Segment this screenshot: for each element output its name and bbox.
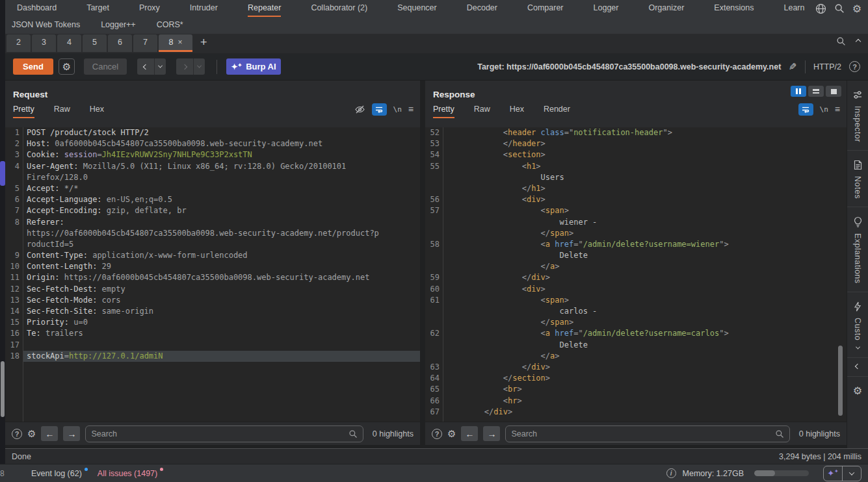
word-wrap-toggle-icon[interactable] [798,103,813,116]
ai-sparkles-button[interactable]: ✦✦ [824,466,842,481]
view-tab-pretty[interactable]: Pretty [433,101,454,118]
code-line[interactable]: 7Accept-Encoding: gzip, deflate, br [5,205,420,216]
code-line[interactable]: </a> [425,351,847,362]
layout-columns-button[interactable] [791,86,806,97]
prev-match-button[interactable]: ← [41,426,58,441]
code-line[interactable]: 2Host: 0af6000b045cb454807ca35500ba0098.… [5,138,420,149]
response-search-input[interactable] [511,429,774,438]
code-line[interactable]: Users [425,172,847,183]
code-line[interactable]: 54<section> [425,149,847,160]
collapse-sidebar-icon[interactable] [855,364,860,369]
menu-item-cors[interactable]: CORS* [157,17,183,34]
settings-gear-icon[interactable]: ⚙ [852,3,861,15]
request-search-input[interactable] [91,429,348,438]
view-tab-raw[interactable]: Raw [54,101,70,118]
collapse-tabs-icon[interactable] [856,38,861,44]
code-line[interactable]: 6Accept-Language: en-US,en;q=0.5 [5,194,420,205]
history-forward-dropdown[interactable] [193,58,205,75]
code-line[interactable]: Firefox/128.0 [5,172,420,183]
code-line[interactable]: 1POST /product/stock HTTP/2 [5,127,420,138]
code-line[interactable]: 4User-Agent: Mozilla/5.0 (X11; Linux x86… [5,161,420,172]
sidebar-panel-custo[interactable]: Custo [847,292,868,358]
code-line[interactable]: 58<a href="/admin/delete?username=wiener… [425,239,847,250]
menu-item-extensions[interactable]: Extensions [714,0,754,17]
next-match-button[interactable]: → [63,426,80,441]
menu-item-logger[interactable]: Logger [594,0,619,17]
send-button[interactable]: Send [13,58,53,75]
code-line[interactable]: 13Sec-Fetch-Mode: cors [5,295,420,306]
response-scrollbar[interactable] [838,346,843,416]
code-line[interactable]: 11Origin: https://0af6000b045cb454807ca3… [5,272,420,283]
repeater-tab-8[interactable]: 8× [159,34,192,52]
code-line[interactable]: Delete [425,250,847,261]
code-line[interactable]: 16Te: trailers [5,328,420,339]
repeater-tab-3[interactable]: 3 [32,34,56,52]
send-settings-gear-icon[interactable]: ⚙ [59,58,75,75]
view-tab-raw[interactable]: Raw [474,101,490,118]
sidebar-panel-explanations[interactable]: Explanations [847,207,868,292]
code-line[interactable]: 8Referer: [5,217,420,228]
code-line[interactable]: 64</section> [425,373,847,384]
view-tab-hex[interactable]: Hex [510,101,524,118]
menu-item-intruder[interactable]: Intruder [190,0,218,17]
hide-nonprintable-eye-off-icon[interactable] [354,105,365,114]
add-tab-button[interactable]: + [200,36,207,49]
code-line[interactable]: 53</header> [425,138,847,149]
tab-search-icon[interactable] [836,36,846,46]
search-magnifier-icon[interactable] [349,429,358,438]
repeater-tab-2[interactable]: 2 [7,34,31,52]
burp-ai-button[interactable]: ✦✦ Burp AI [226,58,281,75]
code-line[interactable]: 57<span> [425,205,847,216]
menu-item-collaborator-2[interactable]: Collaborator (2) [311,0,367,17]
next-match-button[interactable]: → [483,426,500,441]
layout-single-button[interactable] [826,86,841,97]
search-help-icon[interactable]: ? [12,429,22,439]
info-icon[interactable]: i [666,468,676,478]
sidebar-settings-gear-icon[interactable]: ⚙ [853,385,862,397]
menu-item-target[interactable]: Target [86,0,109,17]
code-line[interactable]: wiener - [425,217,847,228]
menu-item-learn[interactable]: Learn [784,0,805,17]
view-tab-hex[interactable]: Hex [90,101,104,118]
menu-item-repeater[interactable]: Repeater [248,0,281,17]
edit-target-pencil-icon[interactable]: ✎ [789,61,797,73]
response-editor[interactable]: 52<header class="notification-header">53… [425,127,847,422]
menu-item-dashboard[interactable]: Dashboard [17,0,57,17]
menu-item-sequencer[interactable]: Sequencer [397,0,436,17]
code-line[interactable]: https://0af6000b045cb454807ca35500ba0098… [5,228,420,239]
code-line[interactable]: 67</div> [425,407,847,418]
sidebar-panel-inspector[interactable]: Inspector [847,81,868,151]
show-newlines-icon[interactable]: \n [820,105,828,114]
search-settings-gear-icon[interactable]: ⚙ [447,428,456,440]
sidebar-panel-notes[interactable]: Notes [847,151,868,207]
code-line[interactable]: </span> [425,228,847,239]
search-magnifier-icon[interactable] [775,429,784,438]
code-line[interactable]: 52<header class="notification-header"> [425,127,847,138]
code-line[interactable]: 12Sec-Fetch-Dest: empty [5,284,420,295]
code-line[interactable]: </h1> [425,183,847,194]
menu-item-decoder[interactable]: Decoder [467,0,497,17]
search-icon[interactable] [834,3,845,14]
show-newlines-icon[interactable]: \n [393,105,402,114]
menu-item-logger[interactable]: Logger++ [101,17,136,34]
code-line[interactable]: </span> [425,317,847,328]
close-tab-icon[interactable]: × [178,38,182,47]
menu-item-proxy[interactable]: Proxy [139,0,160,17]
ai-dropdown-button[interactable] [843,466,861,481]
repeater-tab-7[interactable]: 7 [133,34,157,52]
word-wrap-toggle-icon[interactable] [372,103,387,116]
prev-match-button[interactable]: ← [461,426,478,441]
code-line[interactable]: 14Sec-Fetch-Site: same-origin [5,306,420,317]
code-line[interactable]: 15Priority: u=0 [5,317,420,328]
code-line[interactable]: 63</div> [425,362,847,373]
editor-menu-icon[interactable]: ≡ [408,104,414,114]
menu-item-organizer[interactable]: Organizer [648,0,684,17]
code-line[interactable]: 17 [5,340,420,351]
menu-item-json-web-tokens[interactable]: JSON Web Tokens [12,17,80,34]
code-line[interactable]: 3Cookie: session=Jh4IEzvRUWV2Sny7NHLPe9C… [5,149,420,160]
code-line[interactable]: 55<h1> [425,161,847,172]
code-line[interactable]: carlos - [425,306,847,317]
code-line[interactable]: 66<hr> [425,396,847,407]
all-issues-button[interactable]: All issues (1497) [98,469,157,478]
menu-item-comparer[interactable]: Comparer [527,0,564,17]
